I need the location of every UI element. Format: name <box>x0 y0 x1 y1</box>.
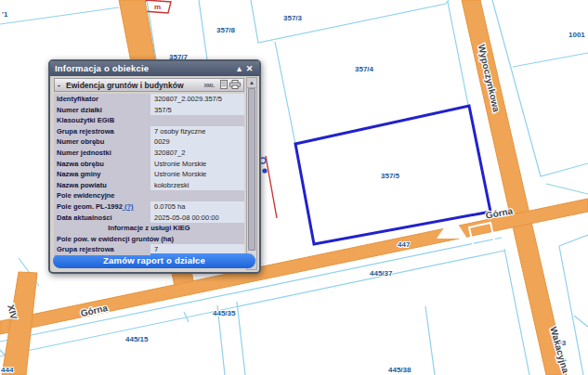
minimize-icon[interactable]: ▴ <box>234 61 244 76</box>
attribute-value: 7 osoby fizyczne <box>150 126 244 137</box>
attribute-value: kołobrzeski <box>150 180 244 191</box>
scroll-up-icon[interactable]: ▲ <box>247 78 256 88</box>
attribute-label: Data aktualności <box>54 213 150 224</box>
collapse-section-button[interactable]: - <box>58 81 66 90</box>
point-marker <box>262 168 267 173</box>
parcel-label: 1001 <box>568 31 585 39</box>
parcel-label: 445/37 <box>370 269 393 278</box>
attribute-value <box>150 115 244 126</box>
parcel-label: 357/3 <box>283 14 303 22</box>
section-title: Ewidencja gruntów i budynków <box>66 81 203 90</box>
attribute-value <box>150 190 244 201</box>
attribute-value: 320807_2 <box>150 148 244 159</box>
building-label: m <box>154 3 161 11</box>
attribute-row: Klasoużytki EGiB <box>54 115 244 126</box>
attribute-value: 2025-05-08 00:00:00 <box>150 213 244 224</box>
red-boundary-line <box>266 156 277 218</box>
attribute-label: Nazwa gminy <box>54 169 150 180</box>
close-icon[interactable]: ✕ <box>244 61 255 76</box>
attribute-label: Grupa rejestrowa <box>54 126 150 137</box>
attribute-row: Pole geom. PL-1992 (?)0.0705 ha <box>54 201 244 213</box>
dialog-body: - Ewidencja gruntów i budynków XML Ident… <box>52 77 257 270</box>
kieg-subsection-header: Informacje z usługi KIEG <box>54 223 244 234</box>
print-icon[interactable] <box>229 80 241 91</box>
attribute-label: Numer jednostki <box>54 148 150 159</box>
scroll-thumb[interactable] <box>248 88 255 251</box>
attribute-value: Ustronie Morskie <box>150 169 244 180</box>
attribute-label: Numer działki <box>54 105 150 116</box>
attribute-value: 357/5 <box>150 105 244 116</box>
parcel-label: 445/15 <box>125 335 149 343</box>
attribute-label: Pole geom. PL-1992 (?) <box>54 201 150 213</box>
road-wypoczynkowa-wakacyjna <box>462 0 567 375</box>
attribute-label: Numer obrębu <box>54 136 150 148</box>
attribute-row: Numer obrębu0029 <box>54 136 244 148</box>
kieg-attributes-table: Pole pow. w ewidencji gruntów (ha)Grupa … <box>54 234 244 255</box>
attribute-row: Pole ewidencyjne <box>54 190 244 201</box>
attribute-row: Identyfikator320807_2.0029.357/5 <box>54 94 244 105</box>
parcel-label: 357/8 <box>216 26 236 34</box>
attribute-label: Grupa rejestrowa <box>54 244 150 255</box>
order-parcel-report-button[interactable]: Zamów raport o działce <box>53 253 255 268</box>
attribute-value: 0029 <box>150 136 244 148</box>
attribute-row: Nazwa powiatukołobrzeski <box>54 180 244 191</box>
attribute-label: Nazwa powiatu <box>54 180 150 191</box>
attribute-label: Identyfikator <box>54 94 150 105</box>
attribute-row: Data aktualności2025-05-08 00:00:00 <box>54 213 244 224</box>
attribute-row: Numer działki357/5 <box>54 105 244 116</box>
parcel-label: 447 <box>398 240 411 249</box>
section-header: - Ewidencja gruntów i budynków XML <box>54 78 244 92</box>
attribute-row: Pole pow. w ewidencji gruntów (ha) <box>54 234 244 245</box>
help-link[interactable]: (?) <box>123 202 134 211</box>
attribute-row: Numer jednostki320807_2 <box>54 148 244 159</box>
attribute-value: 320807_2.0029.357/5 <box>150 94 244 105</box>
attribute-label: Nazwa obrębu <box>54 159 150 170</box>
parcel-label: 445/35 <box>213 309 236 317</box>
parcel-label: 445/38 <box>388 366 412 374</box>
attribute-row: Grupa rejestrowa7 osoby fizyczne <box>54 126 244 137</box>
attributes-table: Identyfikator320807_2.0029.357/5Numer dz… <box>54 94 244 223</box>
attribute-row: Nazwa obrębuUstronie Morskie <box>54 159 244 170</box>
dialog-title: Informacja o obiekcie <box>55 61 234 76</box>
attribute-value: Ustronie Morskie <box>150 159 244 170</box>
parcel-label: '1 <box>2 10 8 19</box>
parcel-label: 357/4 <box>355 65 374 73</box>
attribute-label: Pole ewidencyjne <box>54 190 150 201</box>
dialog-titlebar[interactable]: Informacja o obiekcie ▴ ✕ <box>50 61 259 76</box>
parcel-label: 444 <box>1 366 14 374</box>
parcel-label: 357/5 <box>381 172 400 180</box>
attribute-value: 0.0705 ha <box>150 201 244 213</box>
attribute-label: Pole pow. w ewidencji gruntów (ha) <box>54 234 150 245</box>
attribute-label: Klasoużytki EGiB <box>54 115 150 126</box>
object-info-dialog: Informacja o obiekcie ▴ ✕ - Ewidencja gr… <box>48 59 261 274</box>
dialog-scrollbar[interactable]: ▲ ▼ <box>246 77 257 270</box>
attribute-row: Nazwa gminyUstronie Morskie <box>54 169 244 180</box>
xml-export-button[interactable]: XML <box>203 83 215 88</box>
list-view-icon[interactable] <box>220 80 228 91</box>
